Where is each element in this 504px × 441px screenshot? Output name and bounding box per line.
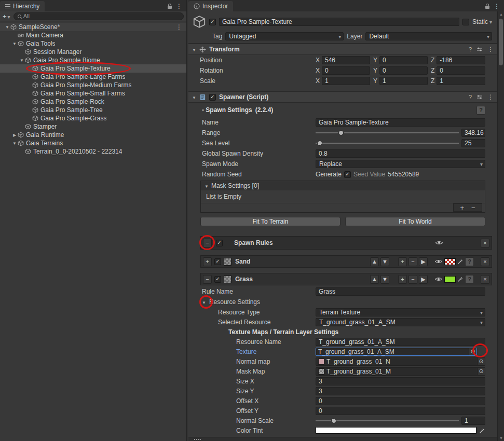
sea-level-value-field[interactable]: 25 xyxy=(461,139,485,147)
kebab-icon[interactable] xyxy=(487,93,494,101)
visualization-color-swatch[interactable] xyxy=(444,258,456,265)
lock-icon[interactable] xyxy=(168,6,172,9)
hierarchy-item-gaia-pro-sample-biome[interactable]: Gaia Pro Sample Biome xyxy=(0,56,186,64)
hierarchy-item-main-camera[interactable]: Main Camera xyxy=(0,31,186,39)
tab-inspector[interactable]: Inspector xyxy=(188,1,233,11)
hierarchy-item-stamper[interactable]: Stamper xyxy=(0,122,186,131)
rule-grass[interactable]: − Grass ▲ ▼ + − ▶ ? × xyxy=(200,273,492,285)
component-enabled-checkbox[interactable] xyxy=(209,94,216,101)
static-dropdown[interactable]: Static xyxy=(472,18,492,25)
play-rule-button[interactable]: ▶ xyxy=(419,275,428,284)
help-button[interactable]: ? xyxy=(476,106,485,115)
slider-handle[interactable] xyxy=(338,130,344,135)
sea-level-slider[interactable] xyxy=(316,139,459,147)
spawner-name-field[interactable]: Gaia Pro Sample-Texture xyxy=(316,118,485,127)
rotation-x-field[interactable]: 0 xyxy=(322,66,370,75)
delete-rule-button[interactable]: − xyxy=(408,257,417,266)
normal-scale-value-field[interactable]: 1 xyxy=(461,417,485,425)
foldout-open-icon[interactable] xyxy=(192,93,196,101)
foldout-open-icon[interactable] xyxy=(11,141,18,146)
close-icon[interactable]: × xyxy=(481,275,489,284)
size-y-field[interactable]: 3 xyxy=(316,387,485,395)
selected-resource-dropdown[interactable]: T_ground_grass_01_A_SM xyxy=(316,318,485,326)
spawn-mode-dropdown[interactable]: Replace xyxy=(316,160,485,168)
object-picker-icon[interactable] xyxy=(477,358,485,365)
presets-icon[interactable] xyxy=(476,47,483,52)
object-picker-icon[interactable] xyxy=(469,348,476,355)
spawn-rules-checkbox[interactable] xyxy=(216,240,223,246)
fit-to-terrain-button[interactable]: Fit To Terrain xyxy=(200,217,340,226)
foldout-open-icon[interactable] xyxy=(4,25,10,30)
presets-icon[interactable] xyxy=(476,94,483,100)
scale-x-field[interactable]: 1 xyxy=(322,77,370,85)
transform-header[interactable]: Transform ? xyxy=(188,44,497,55)
help-icon[interactable]: ? xyxy=(469,46,472,52)
seed-value[interactable]: 545520589 xyxy=(388,171,419,178)
rule-enabled-checkbox[interactable] xyxy=(214,276,221,283)
hierarchy-item-tree[interactable]: Gaia Pro Sample-Tree xyxy=(0,106,186,114)
color-tint-field[interactable] xyxy=(316,427,476,434)
position-y-field[interactable]: 0 xyxy=(379,56,428,64)
kebab-icon[interactable] xyxy=(176,23,186,31)
foldout-open-icon[interactable] xyxy=(192,46,196,53)
hierarchy-item-gaia-terrains[interactable]: Gaia Terrains xyxy=(0,139,186,147)
remove-element-button[interactable]: − xyxy=(471,204,475,212)
texture-object-field[interactable]: T_ground_grass_01_A_SM xyxy=(316,348,477,356)
layer-dropdown[interactable]: Default xyxy=(365,32,492,40)
mask-settings-header[interactable]: Mask Settings [0] xyxy=(201,181,485,190)
name-field[interactable]: Gaia Pro Sample-Texture xyxy=(219,18,459,26)
tag-dropdown[interactable]: Untagged xyxy=(225,32,344,40)
close-icon[interactable]: × xyxy=(481,257,489,266)
resource-settings-foldout-icon[interactable] xyxy=(202,298,206,306)
hierarchy-item-gaia-pro-sample-texture[interactable]: Gaia Pro Sample-Texture xyxy=(0,64,186,73)
move-down-button[interactable]: ▼ xyxy=(380,257,389,266)
rotation-y-field[interactable]: 0 xyxy=(379,66,428,75)
move-up-button[interactable]: ▲ xyxy=(370,257,379,266)
slider-handle[interactable] xyxy=(331,418,336,423)
offset-y-field[interactable]: 0 xyxy=(316,407,485,415)
hierarchy-item-samplescene[interactable]: SampleScene* xyxy=(0,23,186,31)
scrollbar-thumb[interactable] xyxy=(499,19,503,65)
hierarchy-item-gaia-runtime[interactable]: Gaia Runtime xyxy=(0,131,186,139)
inspector-scrollbar[interactable]: ▲ ▼ xyxy=(497,11,504,441)
help-button[interactable]: ? xyxy=(465,257,474,266)
duplicate-rule-button[interactable]: + xyxy=(398,275,407,284)
rule-enabled-checkbox[interactable] xyxy=(214,258,221,265)
foldout-open-icon[interactable] xyxy=(11,42,18,46)
range-value-field[interactable]: 348.16 xyxy=(461,129,485,137)
active-checkbox[interactable] xyxy=(209,19,216,25)
hierarchy-item-medium-farms[interactable]: Gaia Pro Sample-Medium Farms xyxy=(0,81,186,89)
eyedropper-icon[interactable] xyxy=(457,276,464,282)
move-up-button[interactable]: ▲ xyxy=(370,275,379,284)
rule-name-field[interactable]: Grass xyxy=(316,287,485,296)
tab-hierarchy[interactable]: Hierarchy xyxy=(0,1,45,11)
normal-map-object-field[interactable]: T_ground_grass_01_N xyxy=(316,357,485,366)
foldout-closed-icon[interactable] xyxy=(11,133,18,137)
generate-checkbox[interactable] xyxy=(344,171,351,178)
position-z-field[interactable]: -186 xyxy=(437,56,485,64)
visibility-icon[interactable] xyxy=(434,277,443,282)
scale-y-field[interactable]: 1 xyxy=(379,77,428,85)
collapse-button[interactable]: − xyxy=(203,239,212,247)
rule-sand[interactable]: + Sand ▲ ▼ + − ▶ ? × xyxy=(200,255,492,268)
hierarchy-item-large-farms[interactable]: Gaia Pro Sample-Large Farms xyxy=(0,73,186,81)
help-button[interactable]: ? xyxy=(465,275,474,284)
scroll-down-icon[interactable]: ▼ xyxy=(498,436,504,440)
hierarchy-item-gaia-tools[interactable]: Gaia Tools xyxy=(0,39,186,48)
hierarchy-item-session-manager[interactable]: Session Manager xyxy=(0,48,186,56)
visibility-icon[interactable] xyxy=(435,240,443,245)
object-picker-icon[interactable] xyxy=(477,368,485,375)
scale-z-field[interactable]: 1 xyxy=(437,77,485,85)
range-slider[interactable] xyxy=(316,129,459,137)
mask-map-object-field[interactable]: T_ground_grass_01_M xyxy=(316,367,485,376)
hierarchy-item-small-farms[interactable]: Gaia Pro Sample-Small Farms xyxy=(0,89,186,98)
visualization-color-swatch[interactable] xyxy=(444,276,456,283)
resource-name-field[interactable]: T_ground_grass_01_A_SM xyxy=(316,338,485,346)
hierarchy-item-terrain[interactable]: Terrain_0_0-20210502 - 222314 xyxy=(0,147,186,156)
foldout-open-icon[interactable] xyxy=(205,182,209,189)
scroll-up-icon[interactable]: ▲ xyxy=(498,12,504,16)
foldout-open-icon[interactable] xyxy=(19,58,25,63)
eyedropper-icon[interactable] xyxy=(479,428,485,434)
position-x-field[interactable]: 546 xyxy=(322,56,370,64)
kebab-icon[interactable] xyxy=(494,3,500,10)
